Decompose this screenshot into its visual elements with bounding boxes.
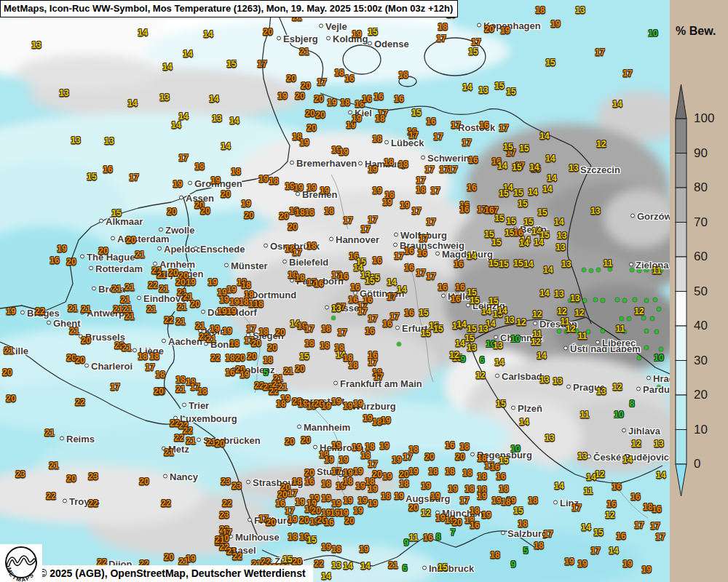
legend-tick-label: 100 xyxy=(694,111,723,126)
legend-segment xyxy=(676,292,687,327)
legend-tick-label: 90 xyxy=(694,146,723,161)
legend-segment xyxy=(676,119,687,154)
legend-segment xyxy=(676,395,687,430)
map-title-bar: MetMaps, Icon-Ruc WW-Symbol, Mos Tempera… xyxy=(0,0,458,17)
legend-arrow-up-icon xyxy=(676,84,687,119)
attribution-text: © 2025 (AGB), OpenStreetMap, Deutscher W… xyxy=(39,567,306,579)
legend-tick-label: 40 xyxy=(694,319,723,333)
weather-map-page: HorsensVejleEsbjergKoldingOdenseKopenhag… xyxy=(0,0,728,582)
metmaps-logo-icon: METMAPS xyxy=(0,544,42,582)
legend-segment xyxy=(676,257,687,292)
legend-segment xyxy=(676,430,687,465)
legend-arrow-down-icon xyxy=(676,464,687,496)
cloud-cover-legend: % Bew. 1009080706050403020100 xyxy=(670,0,728,582)
legend-tick-label: 80 xyxy=(694,180,723,195)
legend-tick-label: 30 xyxy=(694,354,723,368)
legend-segment xyxy=(676,223,687,258)
legend-segment xyxy=(676,188,687,223)
legend-tick-label: 70 xyxy=(694,215,723,230)
legend-tick-label: 50 xyxy=(694,284,723,299)
legend-tick-label: 10 xyxy=(694,423,723,437)
legend-tick-label: 0 xyxy=(694,457,723,471)
legend-segment xyxy=(676,326,687,361)
map-title: MetMaps, Icon-Ruc WW-Symbol, Mos Tempera… xyxy=(4,3,453,14)
legend-tick-label: 60 xyxy=(694,250,723,264)
metmaps-logo: METMAPS xyxy=(0,544,42,582)
map-image xyxy=(0,0,670,582)
legend-tick-label: 20 xyxy=(694,388,723,402)
legend-segment xyxy=(676,361,687,396)
attribution-bar: © 2025 (AGB), OpenStreetMap, Deutscher W… xyxy=(32,565,313,582)
legend-segment xyxy=(676,154,687,188)
